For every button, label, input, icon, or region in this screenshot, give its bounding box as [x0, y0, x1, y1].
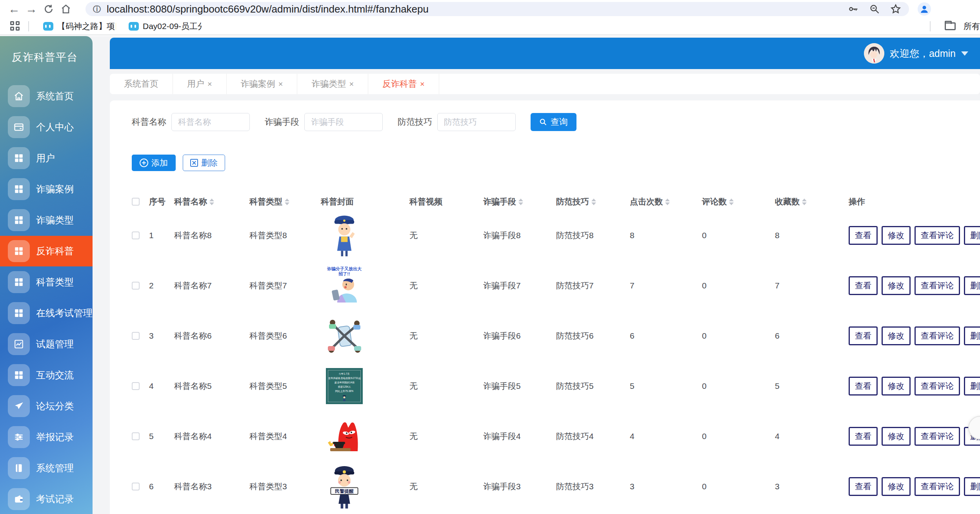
action-button-view-comments[interactable]: 查看评论	[915, 477, 960, 496]
apps-grid-icon[interactable]	[10, 21, 20, 31]
url-text[interactable]: localhost:8080/springbootc669v20w/admin/…	[107, 3, 848, 15]
fraud-method-input[interactable]	[304, 113, 383, 131]
action-button-view[interactable]: 查看	[849, 276, 878, 295]
action-button-delete[interactable]: 删除	[964, 226, 980, 245]
column-header[interactable]: 点击次数	[630, 196, 702, 207]
row-checkbox[interactable]	[132, 432, 140, 440]
cell-comments: 0	[702, 432, 775, 441]
action-button-edit[interactable]: 修改	[882, 377, 911, 396]
user-menu[interactable]: 欢迎您，admin	[864, 43, 968, 64]
all-bookmarks-button[interactable]: 所有	[945, 21, 980, 32]
sidebar-item-8[interactable]: 在线考试管理	[0, 302, 93, 324]
cover-image-red-cat-telephone[interactable]	[321, 414, 368, 459]
password-key-icon[interactable]	[848, 4, 859, 15]
close-icon[interactable]: ×	[278, 80, 283, 89]
column-header[interactable]: 诈骗手段	[483, 196, 556, 207]
action-button-delete[interactable]: 删除	[964, 377, 980, 396]
cover-image-teal-statistics-poster[interactable]: 今年1-7月全市共破各类电信案件2731起是去年同期的14倍抓获1254人同比上…	[321, 363, 368, 409]
sidebar-item-13[interactable]: 系统管理	[0, 457, 93, 479]
tab-1[interactable]: 系统首页	[110, 74, 173, 94]
action-button-edit[interactable]: 修改	[882, 477, 911, 496]
row-checkbox[interactable]	[132, 483, 140, 490]
add-button[interactable]: 添加	[132, 155, 176, 171]
address-bar[interactable]: ⓘ localhost:8080/springbootc669v20w/admi…	[85, 2, 909, 16]
cell-name: 科普名称7	[174, 280, 249, 291]
action-button-view[interactable]: 查看	[849, 377, 878, 396]
column-header[interactable]: 防范技巧	[556, 196, 630, 207]
sidebar-item-14[interactable]: 考试记录	[0, 488, 93, 510]
action-button-delete[interactable]: 删除	[964, 276, 980, 295]
action-button-view-comments[interactable]: 查看评论	[915, 276, 960, 295]
row-checkbox[interactable]	[132, 282, 140, 290]
sidebar-item-2[interactable]: 个人中心	[0, 116, 93, 139]
sidebar-item-7[interactable]: 科普类型	[0, 271, 93, 293]
reload-icon[interactable]	[40, 0, 57, 18]
sidebar-item-6[interactable]: 反诈科普	[0, 236, 93, 266]
sidebar-item-5[interactable]: 诈骗类型	[0, 209, 93, 231]
sidebar-item-3[interactable]: 用户	[0, 147, 93, 170]
bookmark-item[interactable]: Day02-09-员工分...	[129, 21, 202, 32]
action-button-view[interactable]: 查看	[849, 226, 878, 245]
close-icon[interactable]: ×	[349, 80, 354, 89]
table-row: 5科普名称4科普类型4 无诈骗手段4防范技巧4404查看修改查看评论删除	[110, 411, 980, 461]
action-button-view-comments[interactable]: 查看评论	[915, 427, 960, 446]
sidebar-item-9[interactable]: 试题管理	[0, 333, 93, 355]
action-button-view[interactable]: 查看	[849, 477, 878, 496]
action-button-delete[interactable]: 删除	[964, 326, 980, 345]
bookmark-star-icon[interactable]	[890, 4, 901, 15]
sidebar-item-1[interactable]: 系统首页	[0, 85, 93, 108]
kepu-name-input[interactable]	[171, 113, 250, 131]
sort-icon[interactable]	[209, 199, 214, 205]
cover-image-police-holding-sign[interactable]: 民警提醒	[321, 464, 368, 509]
column-header[interactable]: 科普名称	[174, 196, 249, 207]
sidebar-item-10[interactable]: 互动交流	[0, 364, 93, 386]
action-button-delete[interactable]: 删除	[964, 477, 980, 496]
delete-button[interactable]: 删除	[183, 155, 225, 171]
close-icon[interactable]: ×	[207, 80, 212, 89]
action-button-edit[interactable]: 修改	[882, 326, 911, 345]
column-header[interactable]: 科普类型	[249, 196, 321, 207]
prevention-tip-input[interactable]	[437, 113, 516, 131]
close-icon[interactable]: ×	[420, 80, 425, 89]
tab-4[interactable]: 诈骗类型×	[297, 74, 368, 94]
browser-profile-icon[interactable]	[918, 2, 931, 16]
forward-icon[interactable]: →	[23, 0, 40, 18]
home-icon[interactable]	[57, 0, 75, 18]
sort-icon[interactable]	[285, 199, 289, 205]
row-checkbox[interactable]	[132, 332, 140, 340]
tab-3[interactable]: 诈骗案例×	[227, 74, 298, 94]
row-checkbox[interactable]	[132, 231, 140, 239]
column-header[interactable]: 收藏数	[775, 196, 849, 207]
sidebar-item-12[interactable]: 举报记录	[0, 426, 93, 448]
sort-icon[interactable]	[591, 199, 596, 205]
sidebar-item-label: 诈骗类型	[36, 214, 74, 226]
action-button-edit[interactable]: 修改	[882, 276, 911, 295]
row-checkbox[interactable]	[132, 382, 140, 390]
back-icon[interactable]: ←	[5, 0, 23, 18]
cover-image-police-officer[interactable]	[321, 213, 368, 258]
site-info-icon[interactable]: ⓘ	[91, 3, 103, 15]
action-button-edit[interactable]: 修改	[882, 226, 911, 245]
tab-5[interactable]: 反诈科普×	[368, 74, 439, 94]
action-button-view-comments[interactable]: 查看评论	[915, 377, 960, 396]
cover-image-phone-grabbing-people[interactable]	[321, 313, 368, 359]
sidebar-item-11[interactable]: 论坛分类	[0, 395, 93, 417]
action-button-view-comments[interactable]: 查看评论	[915, 226, 960, 245]
sort-icon[interactable]	[518, 199, 523, 205]
bookmark-item[interactable]: 【码神之路】项目...	[43, 21, 116, 32]
query-button[interactable]: 查询	[531, 113, 576, 131]
zoom-out-icon[interactable]	[869, 4, 880, 15]
sort-icon[interactable]	[802, 199, 807, 205]
tab-2[interactable]: 用户×	[173, 74, 227, 94]
column-header[interactable]: 评论数	[702, 196, 775, 207]
cover-image-man-with-phone-sticker[interactable]: 诈骗分子又放出大招了!!	[321, 263, 368, 308]
action-button-view-comments[interactable]: 查看评论	[915, 326, 960, 345]
card-icon	[8, 116, 30, 138]
sidebar-item-4[interactable]: 诈骗案例	[0, 178, 93, 200]
action-button-view[interactable]: 查看	[849, 326, 878, 345]
sort-icon[interactable]	[729, 199, 734, 205]
action-button-view[interactable]: 查看	[849, 427, 878, 446]
select-all-checkbox[interactable]	[132, 198, 140, 206]
action-button-edit[interactable]: 修改	[882, 427, 911, 446]
sort-icon[interactable]	[665, 199, 670, 205]
